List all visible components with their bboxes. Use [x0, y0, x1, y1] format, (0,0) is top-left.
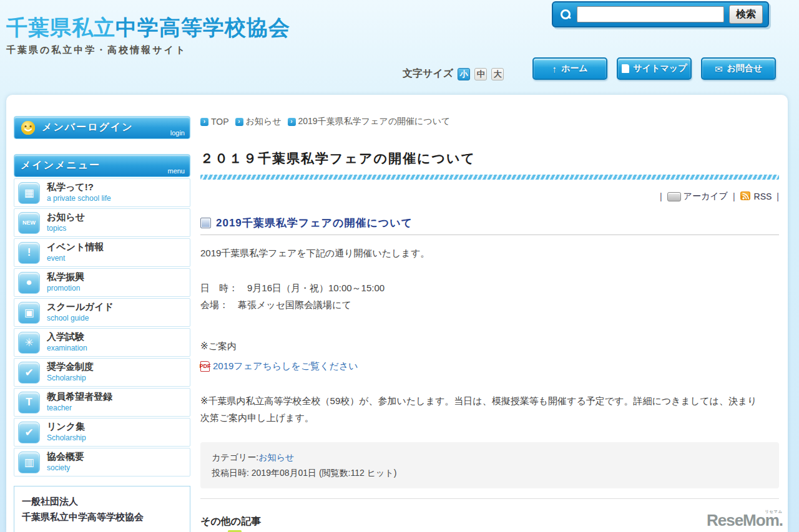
sidebar-item-scholarship[interactable]: ✔ 奨学金制度Scholarship [14, 358, 190, 387]
search-button[interactable]: 検索 [729, 5, 763, 24]
other-articles-heading: その他の記事 [200, 515, 779, 532]
article-heading: 2019千葉県私学フェアの開催について [216, 216, 413, 230]
sidebar: メンバーログイン login メインメニュー menu ▦ 私学って!?a pr… [14, 116, 190, 532]
category-link[interactable]: お知らせ [258, 452, 294, 462]
contact-button[interactable]: ✉ お問合せ [701, 57, 776, 80]
posted-row: 投稿日時: 2019年08月01日 (閲覧数:112 ヒット) [212, 465, 768, 481]
search-icon [561, 9, 571, 19]
sidebar-item-teacher[interactable]: T 教員希望者登録teacher [14, 388, 190, 417]
search-bar: 検索 [552, 1, 769, 27]
sitemap-button[interactable]: サイトマップ [617, 57, 692, 80]
breadcrumb-top[interactable]: › TOP [200, 117, 229, 127]
main-menu-label: メインメニュー [21, 159, 100, 172]
circle-icon: ● [18, 272, 40, 294]
sidebar-item-event[interactable]: ! イベント情報event [14, 238, 190, 267]
breadcrumb: › TOP › お知らせ › 2019千葉県私学フェアの開催について [200, 116, 779, 127]
site-logo[interactable]: 千葉県私立中学高等学校協会 千葉県の私立中学・高校情報サイト [6, 16, 290, 56]
section-divider [200, 498, 779, 499]
sidebar-item-promotion[interactable]: ● 私学振興promotion [14, 268, 190, 297]
chevron-right-icon: › [235, 118, 243, 126]
grid-icon: ▦ [18, 182, 40, 204]
flyer-pdf-link[interactable]: 2019フェアちらしをご覧ください [213, 358, 358, 374]
rss-icon [740, 191, 752, 201]
content-area: › TOP › お知らせ › 2019千葉県私学フェアの開催について ２０１９千… [200, 116, 779, 532]
page-icon [622, 64, 629, 73]
association-info-box: 一般社団法人 千葉県私立中学高等学校協会 〒260-0013 [14, 486, 190, 532]
pdf-link-row: PDF 2019フェアちらしをご覧ください [200, 358, 779, 374]
smiley-icon [21, 120, 36, 135]
sidebar-item-links[interactable]: ✔ リンク集Scholarship [14, 418, 190, 447]
header-nav: ↑ ホーム サイトマップ ✉ お問合せ [532, 57, 776, 80]
member-login-sub: login [170, 129, 185, 137]
article-meta-box: カテゴリー:お知らせ 投稿日時: 2019年08月01日 (閲覧数:112 ヒッ… [200, 442, 779, 488]
exclamation-icon: ! [18, 242, 40, 264]
main-menu-sub: menu [167, 167, 185, 175]
page-title: ２０１９千葉県私学フェアの開催について [200, 150, 779, 167]
article-heading-row: 2019千葉県私学フェアの開催について [200, 216, 779, 235]
sidebar-item-topics[interactable]: NEW お知らせtopics [14, 208, 190, 237]
site-tagline: 千葉県の私立中学・高校情報サイト [6, 44, 290, 56]
title-stripe-divider [200, 175, 779, 180]
association-name: 千葉県私立中学高等学校協会 [22, 510, 182, 525]
new-badge-icon: NEW [18, 212, 40, 234]
chevron-right-icon: › [200, 118, 208, 126]
home-button[interactable]: ↑ ホーム [532, 57, 607, 80]
main-menu-header: メインメニュー menu [14, 154, 190, 177]
bag-icon: ▣ [18, 302, 40, 324]
folder-icon [667, 192, 681, 201]
building-icon: ▥ [18, 452, 40, 473]
article-datetime: 日 時： 9月16日（月・祝）10:00～15:00 [200, 280, 779, 296]
breadcrumb-current[interactable]: › 2019千葉県私学フェアの開催について [288, 116, 451, 127]
font-size-small-button[interactable]: 小 [458, 68, 470, 80]
archive-link[interactable]: アーカイブ [667, 191, 728, 202]
category-row: カテゴリー:お知らせ [212, 450, 768, 465]
article-toolbar: | アーカイブ | RSS | [200, 191, 779, 202]
font-size-control: 文字サイズ 小 中 大 [403, 67, 504, 80]
search-input[interactable] [577, 6, 724, 22]
rss-link[interactable]: RSS [740, 191, 772, 201]
article-square-icon [200, 218, 211, 228]
chevron-right-icon: › [288, 118, 296, 126]
home-arrow-icon: ↑ [552, 64, 557, 74]
font-size-large-button[interactable]: 大 [491, 68, 504, 80]
association-type: 一般社団法人 [22, 494, 182, 510]
asterisk-icon: ✳ [18, 332, 40, 354]
sidebar-item-society[interactable]: ▥ 協会概要society [14, 448, 190, 476]
guide-label: ※ご案内 [200, 338, 779, 354]
pdf-icon: PDF [200, 361, 210, 372]
sidebar-item-school-guide[interactable]: ▣ スクールガイドschool guide [14, 298, 190, 327]
font-size-medium-button[interactable]: 中 [474, 68, 487, 80]
main-menu-list: ▦ 私学って!?a private school life NEW お知らせto… [14, 178, 190, 476]
check-icon: ✔ [18, 422, 40, 443]
site-header: 千葉県私立中学高等学校協会 千葉県の私立中学・高校情報サイト 検索 文字サイズ … [0, 0, 799, 95]
site-title: 千葉県私立中学高等学校協会 [6, 16, 290, 39]
sidebar-item-examination[interactable]: ✳ 入学試験examination [14, 328, 190, 357]
member-login-label: メンバーログイン [42, 121, 134, 134]
article-note: ※千葉県内私立高等学校全校（59校）が、参加いたします。当日は、模擬授業等も開催… [200, 393, 765, 426]
main-panel: メンバーログイン login メインメニュー menu ▦ 私学って!?a pr… [6, 95, 788, 532]
tshirt-icon: T [18, 392, 40, 414]
check-icon: ✔ [18, 362, 40, 384]
member-login-header[interactable]: メンバーログイン login [14, 116, 190, 139]
breadcrumb-topics[interactable]: › お知らせ [235, 116, 282, 127]
article-venue: 会場： 幕張メッセ国際会議場にて [200, 297, 779, 313]
font-size-label: 文字サイズ [403, 67, 453, 80]
sidebar-item-private-school[interactable]: ▦ 私学って!?a private school life [14, 178, 190, 207]
article-intro: 2019千葉県私学フェアを下記の通り開催いたします。 [200, 245, 779, 261]
resemom-watermark: リセマム ReseMom. [707, 510, 783, 528]
envelope-icon: ✉ [715, 64, 723, 74]
